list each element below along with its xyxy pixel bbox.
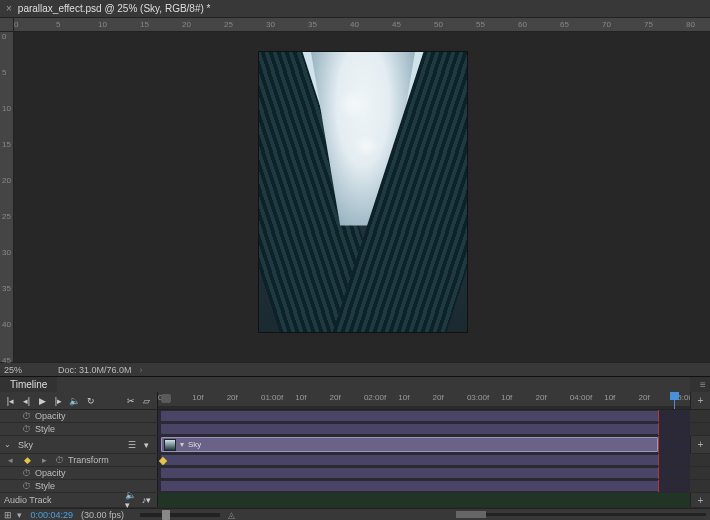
prev-keyframe-button[interactable]: ◂ [4,454,17,467]
stopwatch-icon[interactable]: ⏱ [22,411,31,421]
time-label: 20f [536,393,547,402]
property-bar[interactable] [161,481,658,491]
next-keyframe-button[interactable]: ▸ [38,454,51,467]
property-bar[interactable] [161,424,658,434]
add-clip-button[interactable]: + [690,436,710,453]
add-keyframe-button[interactable]: ◆ [21,454,34,467]
layer-row-sky[interactable]: ⌄ Sky ☰ ▾ ▾ Sky + [0,436,710,454]
scissors-icon[interactable]: ✂ [124,394,137,407]
time-label: 02:00f [364,393,386,402]
timeline-tab-bar: Timeline ≡ [0,377,710,392]
property-bar[interactable] [161,468,658,478]
stopwatch-icon[interactable]: ⏱ [22,424,31,434]
current-time[interactable]: 0:00:04:29 [31,510,74,520]
property-row[interactable]: ⏱Style [0,480,710,493]
ruler-tick: 55 [476,20,485,29]
work-area-end[interactable] [658,454,659,466]
loop-button[interactable]: ↻ [84,394,97,407]
transition-icon[interactable]: ▱ [140,394,153,407]
work-area-end[interactable] [658,480,659,492]
property-bar[interactable] [161,411,658,421]
stopwatch-icon[interactable]: ⏱ [22,481,31,491]
time-label: 10f [398,393,409,402]
add-audio-button[interactable]: + [690,493,710,507]
ruler-tick: 0 [14,20,18,29]
layer-options-icon[interactable]: ☰ [125,438,138,451]
frame-menu-button[interactable]: ⊞ ▾ [4,510,23,520]
audio-add-icon[interactable]: ♪▾ [140,494,153,507]
panel-menu-icon[interactable]: ≡ [690,377,710,392]
clip-thumbnail [164,439,176,451]
ruler-tick: 10 [98,20,107,29]
ruler-tick: 60 [518,20,527,29]
scrollbar-thumb[interactable] [456,511,486,518]
ruler-tick: 50 [434,20,443,29]
property-lane[interactable] [158,480,690,492]
property-lane[interactable] [158,467,690,479]
video-clip-sky[interactable]: ▾ Sky [161,437,658,452]
ruler-vertical[interactable]: 051015202530354045 [0,32,14,362]
audio-track-row[interactable]: Audio Track 🔈▾ ♪▾ + [0,493,710,508]
ruler-tick: 5 [2,68,6,77]
clip-lane[interactable]: ▾ Sky [158,436,690,453]
property-row[interactable]: ⏱Opacity [0,410,710,423]
layer-menu-icon[interactable]: ▾ [140,438,153,451]
close-icon[interactable]: × [6,3,12,14]
ruler-tick: 15 [140,20,149,29]
property-name: Opacity [35,468,66,478]
work-area-end[interactable] [658,410,659,422]
artboard-image[interactable] [259,52,467,332]
time-label: 20f [330,393,341,402]
property-name: Style [35,424,55,434]
property-row[interactable]: ◂◆▸⏱Transform [0,454,710,467]
time-label: 20f [433,393,444,402]
prev-frame-button[interactable]: ◂| [20,394,33,407]
clip-label: Sky [188,440,201,449]
zoom-level[interactable]: 25% [4,365,44,375]
playhead[interactable] [674,392,675,409]
property-name: Style [35,481,55,491]
property-lane[interactable] [158,410,690,422]
ruler-tick: 40 [2,320,11,329]
cloud-shape [351,136,381,156]
property-lane[interactable] [158,454,690,466]
property-row[interactable]: ⏱Style [0,423,710,436]
work-area-end[interactable] [658,423,659,435]
timeline-tab[interactable]: Timeline [0,377,57,392]
time-ruler[interactable]: 0010f20f01:00f10f20f02:00f10f20f03:00f10… [158,392,690,409]
timeline-scrollbar[interactable] [456,513,706,516]
ruler-horizontal[interactable]: 05101520253035404550556065707580 [0,18,710,32]
slider-knob[interactable] [162,510,170,520]
doc-size[interactable]: Doc: 31.0M/76.0M [58,365,132,375]
work-area-end[interactable] [658,436,659,453]
property-name: Opacity [35,411,66,421]
layer-name[interactable]: Sky [18,440,121,450]
timeline-footer: ⊞ ▾ 0:00:04:29 (30.00 fps) ◬ [0,508,710,520]
property-lane[interactable] [158,423,690,435]
time-label: 10f [192,393,203,402]
document-tab[interactable]: × parallax_effect.psd @ 25% (Sky, RGB/8#… [0,0,710,18]
timeline-scroll-thumb[interactable] [161,394,171,403]
next-frame-button[interactable]: |▸ [52,394,65,407]
stopwatch-icon[interactable]: ⏱ [55,455,64,465]
ruler-tick: 35 [2,284,11,293]
add-media-button[interactable]: + [690,392,710,409]
property-row[interactable]: ⏱Opacity [0,467,710,480]
mountain-icon[interactable]: ◬ [228,510,235,520]
disclosure-toggle[interactable]: ⌄ [4,440,14,449]
play-button[interactable]: ▶ [36,394,49,407]
canvas-stage[interactable] [14,32,710,362]
ruler-tick: 75 [644,20,653,29]
ruler-origin[interactable] [0,18,14,32]
mute-button[interactable]: 🔈 [68,394,81,407]
first-frame-button[interactable]: |◂ [4,394,17,407]
chevron-down-icon[interactable]: ▾ [180,440,184,449]
property-bar[interactable] [161,455,658,465]
audio-mute-icon[interactable]: 🔈▾ [125,494,138,507]
timeline-zoom-slider[interactable] [140,513,220,517]
chevron-right-icon[interactable]: › [140,365,143,375]
stopwatch-icon[interactable]: ⏱ [22,468,31,478]
document-title: parallax_effect.psd @ 25% (Sky, RGB/8#) … [18,3,211,14]
audio-lane[interactable] [158,493,690,507]
work-area-end[interactable] [658,467,659,479]
